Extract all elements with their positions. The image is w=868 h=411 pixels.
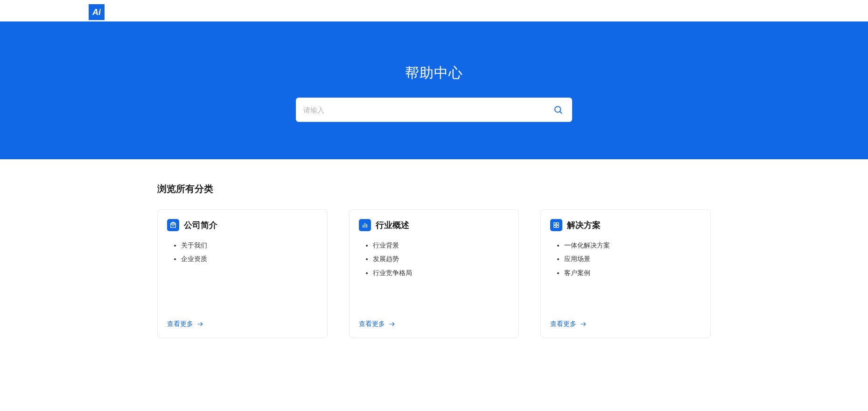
section-title: 浏览所有分类 xyxy=(157,183,711,195)
svg-rect-2 xyxy=(171,223,176,227)
card-list: 行业背景 发展趋势 行业竞争格局 xyxy=(359,239,510,320)
svg-rect-8 xyxy=(554,223,556,225)
list-item[interactable]: 企业资质 xyxy=(181,252,318,266)
view-more-link[interactable]: 查看更多 xyxy=(167,320,318,328)
view-more-label: 查看更多 xyxy=(550,320,576,328)
list-item[interactable]: 关于我们 xyxy=(181,239,318,252)
hero-title: 帮助中心 xyxy=(405,64,463,83)
card-header: 公司简介 xyxy=(167,219,318,231)
card-header: 行业概述 xyxy=(359,219,510,231)
list-item[interactable]: 应用场景 xyxy=(564,252,701,266)
list-item[interactable]: 客户案例 xyxy=(564,266,701,280)
chart-icon xyxy=(359,219,371,231)
view-more-link[interactable]: 查看更多 xyxy=(359,320,510,328)
search-box xyxy=(296,98,572,122)
content-area: 浏览所有分类 公司简介 xyxy=(157,159,711,347)
search-input[interactable] xyxy=(303,106,553,114)
card-header: 解决方案 xyxy=(550,219,701,231)
category-card-industry: 行业概述 行业背景 发展趋势 行业竞争格局 查看更多 xyxy=(349,209,519,338)
list-item[interactable]: 发展趋势 xyxy=(373,252,510,266)
view-more-label: 查看更多 xyxy=(359,320,385,328)
top-header: Ai xyxy=(0,0,868,21)
brand-logo[interactable]: Ai xyxy=(89,4,105,20)
svg-rect-9 xyxy=(557,223,559,225)
svg-line-1 xyxy=(560,112,562,113)
arrow-right-icon xyxy=(388,321,396,327)
grid-icon xyxy=(550,219,562,231)
search-icon[interactable] xyxy=(553,105,563,114)
card-title: 解决方案 xyxy=(567,220,601,231)
list-item[interactable]: 行业背景 xyxy=(373,239,510,252)
svg-rect-10 xyxy=(554,226,556,228)
view-more-label: 查看更多 xyxy=(167,320,193,328)
category-card-solutions: 解决方案 一体化解决方案 应用场景 客户案例 查看更多 xyxy=(540,209,711,338)
card-title: 公司简介 xyxy=(184,220,217,231)
hero: 帮助中心 xyxy=(0,21,868,159)
view-more-link[interactable]: 查看更多 xyxy=(550,320,701,328)
card-list: 关于我们 企业资质 xyxy=(167,239,318,320)
arrow-right-icon xyxy=(196,321,204,327)
svg-rect-11 xyxy=(557,226,559,228)
card-title: 行业概述 xyxy=(376,220,409,231)
building-icon xyxy=(167,219,179,231)
brand-logo-text: Ai xyxy=(92,7,101,17)
card-list: 一体化解决方案 应用场景 客户案例 xyxy=(550,239,701,320)
arrow-right-icon xyxy=(579,321,588,327)
list-item[interactable]: 行业竞争格局 xyxy=(373,266,510,280)
page: Ai 帮助中心 浏览所有分类 xyxy=(0,0,868,411)
list-item[interactable]: 一体化解决方案 xyxy=(564,239,701,252)
category-card-company: 公司简介 关于我们 企业资质 查看更多 xyxy=(157,209,328,338)
cards-grid: 公司简介 关于我们 企业资质 查看更多 xyxy=(157,209,711,338)
